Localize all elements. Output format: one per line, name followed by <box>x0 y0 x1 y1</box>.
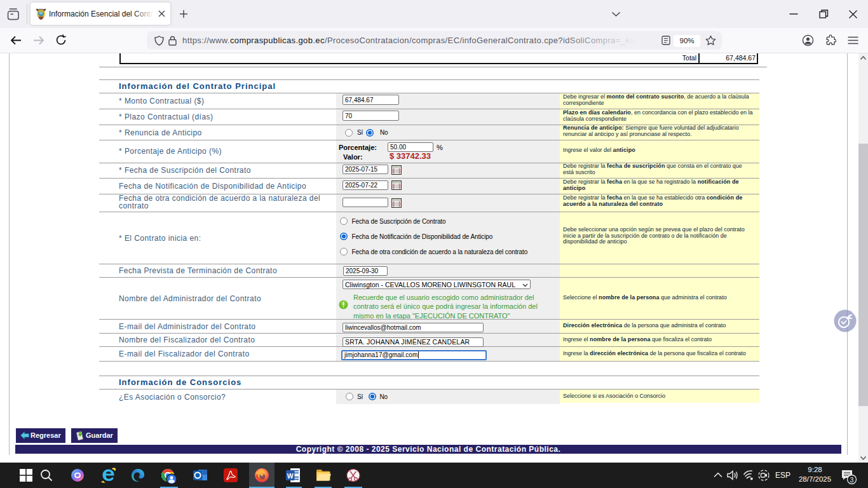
svg-text:W: W <box>287 472 294 480</box>
svg-text:3: 3 <box>850 476 854 484</box>
